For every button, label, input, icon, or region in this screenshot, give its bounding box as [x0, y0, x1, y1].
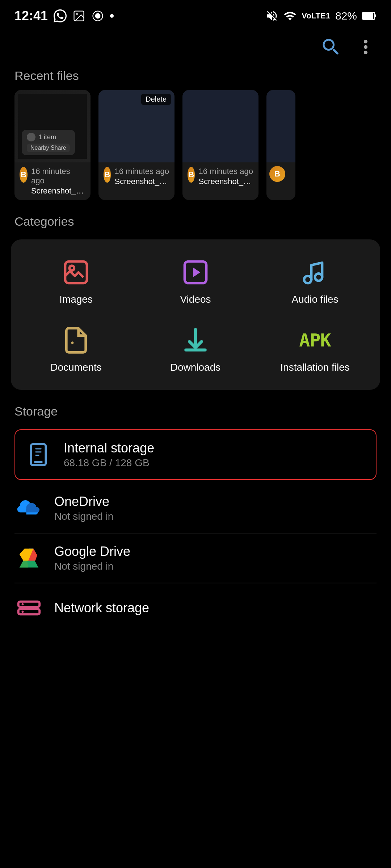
file-name: Screenshot_20230227_122452...: [114, 177, 169, 186]
gallery-icon: [72, 9, 85, 22]
images-icon: [62, 258, 91, 287]
audio-icon-wrap: [299, 256, 331, 289]
section-label-recent: Recent files: [0, 65, 391, 90]
category-downloads[interactable]: Downloads: [138, 318, 253, 379]
images-icon-wrap: [60, 256, 92, 289]
file-time: 16 minutes ago: [198, 167, 253, 176]
recording-icon: [91, 9, 104, 22]
file-info: B 16 minutes ago Screenshot_20230227_122…: [182, 162, 258, 191]
category-videos[interactable]: Videos: [138, 250, 253, 311]
svg-rect-16: [35, 448, 42, 450]
file-thumbnail: [182, 90, 258, 162]
network-storage-name: Network storage: [54, 600, 377, 616]
file-time: 16 minutes ago: [31, 167, 85, 186]
status-bar: 12:41 VoLTE1 82%: [0, 0, 391, 29]
internal-storage-detail: 68.18 GB / 128 GB: [64, 457, 367, 469]
file-info: B 16 minutes ago Screenshot_20230227_122…: [98, 162, 175, 191]
internal-storage-info: Internal storage 68.18 GB / 128 GB: [64, 441, 367, 469]
apk-icon: APK: [299, 330, 331, 351]
network-storage-info: Network storage: [54, 600, 377, 616]
googledrive-detail: Not signed in: [54, 561, 377, 572]
internal-storage-name: Internal storage: [64, 441, 367, 456]
category-audio-label: Audio files: [291, 294, 338, 305]
recent-file-card[interactable]: 1 item Nearby Share B 16 minutes ago Scr…: [14, 90, 91, 200]
svg-point-8: [70, 266, 74, 271]
file-info: B 16 minutes ago Screenshot_20230227_122…: [14, 162, 91, 200]
clock: 12:41: [14, 8, 48, 24]
svg-point-21: [22, 603, 24, 605]
svg-rect-15: [34, 461, 42, 463]
mute-icon: [265, 9, 278, 22]
file-thumbnail: 1 item Nearby Share: [14, 90, 91, 162]
category-documents-label: Documents: [50, 362, 102, 373]
file-thumbnail: Delete: [98, 90, 175, 162]
file-time: 16 minutes ago: [114, 167, 169, 176]
category-audio[interactable]: Audio files: [257, 250, 373, 311]
category-videos-label: Videos: [180, 294, 211, 305]
recent-file-card[interactable]: B 16 minutes ago Screenshot_20230227_122…: [182, 90, 258, 200]
file-name: Screenshot_20230227_1225...: [31, 186, 85, 196]
category-documents[interactable]: Documents: [18, 318, 134, 379]
section-label-categories: Categories: [0, 211, 391, 236]
app-icon: B: [104, 167, 111, 183]
videos-icon-wrap: [179, 256, 212, 289]
svg-point-22: [22, 610, 24, 613]
categories-grid: Images Videos Audio files: [18, 250, 373, 379]
internal-storage-icon: [24, 440, 53, 469]
category-images[interactable]: Images: [18, 250, 134, 311]
category-images-label: Images: [59, 294, 93, 305]
categories-container: Images Videos Audio files: [11, 239, 380, 390]
status-left: 12:41: [14, 8, 114, 24]
svg-point-11: [304, 276, 311, 283]
toolbar: [0, 29, 391, 65]
category-apk[interactable]: APK Installation files: [257, 318, 373, 379]
section-label-storage: Storage: [0, 401, 391, 426]
apk-icon-wrap: APK: [299, 324, 331, 357]
svg-point-13: [71, 341, 74, 344]
downloads-icon-wrap: [179, 324, 212, 357]
svg-rect-20: [18, 609, 39, 614]
whatsapp-icon: [54, 9, 67, 22]
battery-percentage: 82%: [335, 10, 357, 22]
status-right: VoLTE1 82%: [265, 9, 377, 22]
wifi-icon: [283, 9, 297, 22]
app-icon: B: [188, 167, 195, 183]
more-options-icon[interactable]: [355, 36, 377, 58]
network-storage-icon: [14, 593, 43, 622]
signal-lte: VoLTE1: [302, 11, 330, 21]
storage-section: Internal storage 68.18 GB / 128 GB OneDr…: [0, 426, 391, 636]
onedrive-icon: [14, 494, 43, 523]
onedrive-name: OneDrive: [54, 494, 377, 509]
storage-item-network[interactable]: Network storage: [14, 583, 377, 633]
documents-icon-wrap: [60, 324, 92, 357]
svg-rect-6: [363, 13, 373, 19]
recent-file-card[interactable]: Delete B 16 minutes ago Screenshot_20230…: [98, 90, 175, 200]
onedrive-detail: Not signed in: [54, 511, 377, 522]
audio-icon: [300, 258, 329, 287]
svg-rect-19: [18, 602, 39, 607]
googledrive-name: Google Drive: [54, 544, 377, 559]
category-apk-label: Installation files: [280, 362, 349, 373]
googledrive-icon: [14, 544, 43, 573]
storage-item-googledrive[interactable]: Google Drive Not signed in: [14, 533, 377, 583]
svg-rect-18: [35, 455, 39, 456]
onedrive-info: OneDrive Not signed in: [54, 494, 377, 522]
storage-item-onedrive[interactable]: OneDrive Not signed in: [14, 484, 377, 533]
file-info: B: [266, 162, 295, 186]
svg-rect-5: [375, 14, 376, 17]
battery-icon: [362, 12, 377, 20]
svg-point-1: [76, 13, 78, 15]
svg-point-12: [315, 273, 322, 281]
svg-point-2: [95, 13, 101, 19]
recent-file-card[interactable]: B: [266, 90, 295, 200]
svg-rect-17: [35, 451, 42, 452]
category-downloads-label: Downloads: [171, 362, 221, 373]
search-icon[interactable]: [320, 36, 342, 58]
app-icon: B: [20, 167, 28, 183]
notification-dot: [110, 14, 114, 18]
file-name: Screenshot_20230227_122445...: [198, 177, 253, 186]
documents-icon: [62, 326, 91, 355]
recent-files-scroll: 1 item Nearby Share B 16 minutes ago Scr…: [0, 90, 391, 211]
google-drive-svg: [16, 545, 42, 571]
storage-item-internal[interactable]: Internal storage 68.18 GB / 128 GB: [14, 429, 377, 480]
